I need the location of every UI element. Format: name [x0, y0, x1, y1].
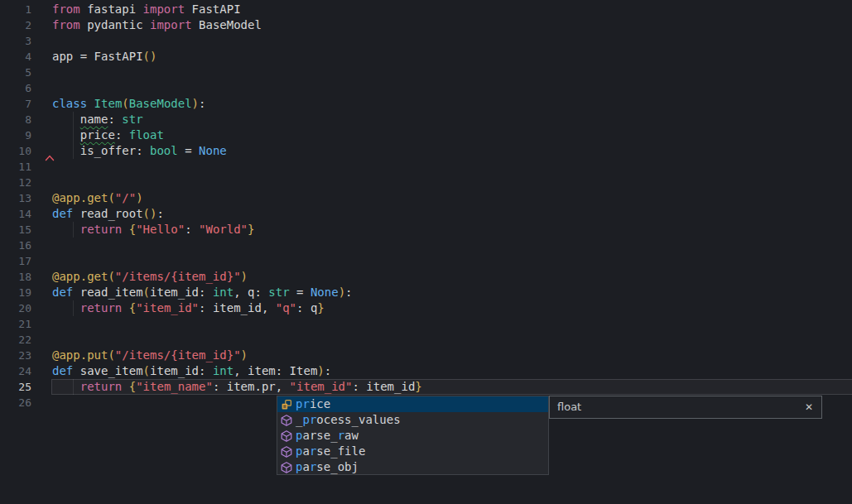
suggest-item[interactable]: price [277, 396, 548, 412]
line-number: 5 [0, 65, 31, 80]
code-line[interactable]: 17 [0, 253, 852, 269]
method-icon [280, 430, 293, 443]
suggest-item-label: parse_file [296, 444, 365, 459]
code-line[interactable]: 8 name: str [0, 112, 852, 127]
suggest-item[interactable]: _process_values [277, 412, 548, 428]
code-line[interactable]: 13@app.get("/") [0, 190, 852, 206]
code-line[interactable]: 18@app.get("/items/{item_id}") [0, 269, 852, 285]
code-text: @app.get("/") [52, 190, 143, 206]
code-text: return {"item_name": item.pr, "item_id":… [52, 379, 422, 395]
suggest-item-label: _process_values [296, 412, 401, 428]
line-number: 10 [0, 143, 31, 159]
code-text: @app.get("/items/{item_id}") [52, 269, 248, 285]
code-line[interactable]: 23@app.put("/items/{item_id}") [0, 348, 852, 363]
suggest-item[interactable]: parse_file [277, 444, 548, 459]
suggest-item[interactable]: parse_raw [277, 428, 548, 444]
indent-guide [73, 112, 74, 159]
method-icon [280, 461, 293, 474]
line-number: 24 [0, 363, 31, 379]
line-number: 18 [0, 269, 31, 285]
line-number: 12 [0, 175, 31, 190]
error-caret-icon [45, 149, 55, 165]
line-number: 7 [0, 96, 31, 112]
code-text: @app.put("/items/{item_id}") [52, 348, 248, 363]
line-number: 2 [0, 17, 31, 33]
code-text: def read_item(item_id: int, q: str = Non… [52, 285, 353, 300]
suggest-item-label: parse_obj [296, 459, 359, 475]
code-text: def read_root(): [52, 206, 164, 222]
suggest-widget: price_process_valuesparse_rawparse_filep… [277, 396, 549, 475]
code-line[interactable]: 12 [0, 175, 852, 190]
code-line[interactable]: 22 [0, 332, 852, 348]
code-text: name: str [52, 112, 143, 127]
line-number: 15 [0, 222, 31, 238]
code-line[interactable]: 3 [0, 33, 852, 49]
line-number: 6 [0, 80, 31, 96]
detail-text: float [557, 396, 581, 418]
indent-guide [73, 222, 74, 238]
code-line[interactable]: 15 return {"Hello": "World"} [0, 222, 852, 238]
line-number: 11 [0, 159, 31, 175]
line-number: 19 [0, 285, 31, 300]
line-number: 20 [0, 300, 31, 316]
line-number: 16 [0, 238, 31, 253]
field-icon [280, 398, 293, 411]
suggest-item[interactable]: parse_obj [277, 459, 548, 475]
code-text: return {"item_id": item_id, "q": q} [52, 300, 325, 316]
code-line[interactable]: 10 is_offer: bool = None [0, 143, 852, 159]
code-line[interactable]: 6 [0, 80, 852, 96]
code-text: return {"Hello": "World"} [52, 222, 255, 238]
line-number: 3 [0, 33, 31, 49]
code-text: app = FastAPI() [52, 49, 156, 65]
code-line[interactable]: 20 return {"item_id": item_id, "q": q} [0, 300, 852, 316]
line-number: 22 [0, 332, 31, 348]
method-icon [280, 445, 293, 458]
indent-guide [73, 300, 74, 316]
suggest-item-label: parse_raw [296, 428, 359, 444]
code-line[interactable]: 2from pydantic import BaseModel [0, 17, 852, 33]
code-line[interactable]: 9 price: float [0, 127, 852, 143]
close-icon[interactable]: ✕ [805, 396, 813, 418]
code-line[interactable]: 24def save_item(item_id: int, item: Item… [0, 363, 852, 379]
code-line[interactable]: 16 [0, 238, 852, 253]
suggest-detail-panel: float ✕ [549, 396, 822, 419]
line-number: 1 [0, 2, 31, 17]
line-number: 9 [0, 127, 31, 143]
line-number: 8 [0, 112, 31, 127]
line-number: 14 [0, 206, 31, 222]
line-number: 17 [0, 253, 31, 269]
method-icon [280, 414, 293, 427]
line-number: 4 [0, 49, 31, 65]
code-line[interactable]: 21 [0, 316, 852, 332]
code-line[interactable]: 5 [0, 65, 852, 80]
line-number: 23 [0, 348, 31, 363]
code-text: from fastapi import FastAPI [52, 2, 241, 17]
code-line[interactable]: 25 return {"item_name": item.pr, "item_i… [0, 379, 852, 395]
code-line[interactable]: 1from fastapi import FastAPI [0, 2, 852, 17]
code-line[interactable]: 7class Item(BaseModel): [0, 96, 852, 112]
line-number: 21 [0, 316, 31, 332]
code-text: from pydantic import BaseModel [52, 17, 262, 33]
line-number: 13 [0, 190, 31, 206]
code-editor[interactable]: 1from fastapi import FastAPI2from pydant… [0, 0, 852, 504]
code-line[interactable]: 19def read_item(item_id: int, q: str = N… [0, 285, 852, 300]
indent-guide [73, 379, 74, 395]
code-line[interactable]: 11 [0, 159, 852, 175]
code-line[interactable]: 4app = FastAPI() [0, 49, 852, 65]
line-number: 26 [0, 395, 31, 410]
code-text: price: float [52, 127, 164, 143]
line-number: 25 [0, 379, 31, 395]
code-line[interactable]: 14def read_root(): [0, 206, 852, 222]
code-text: def save_item(item_id: int, item: Item): [52, 363, 331, 379]
code-text: is_offer: bool = None [52, 143, 227, 159]
code-text: class Item(BaseModel): [52, 96, 205, 112]
suggest-item-label: price [296, 396, 330, 412]
